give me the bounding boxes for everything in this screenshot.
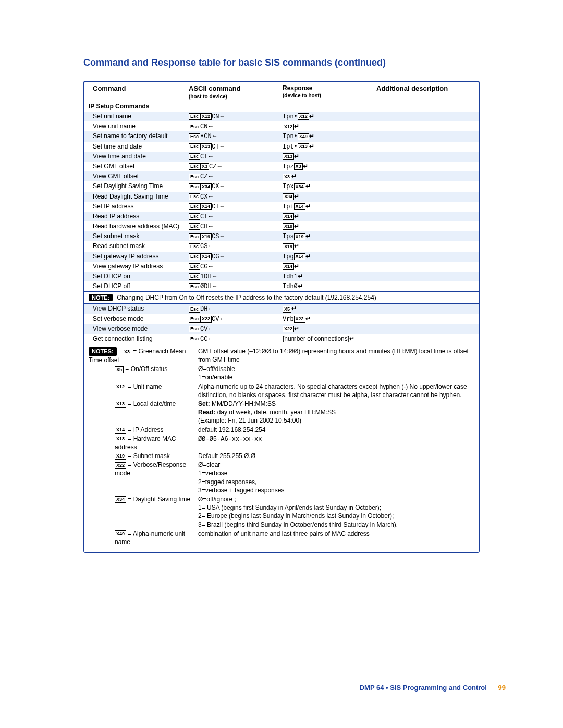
table-row: Read subnet maskEscCS←X19↵ xyxy=(84,241,479,251)
notes-row: X12 = Unit nameAlpha-numeric up to 24 ch… xyxy=(89,382,474,399)
notes-row: X19 = Subnet maskDefault 255.255.Ø.Ø xyxy=(89,452,474,460)
notes-row: X22 = Verbose/Response modeØ=clear1=verb… xyxy=(89,461,474,495)
ascii-cell: EscCV← xyxy=(189,325,283,334)
cmd-cell: Set Daylight Saving Time xyxy=(84,182,189,190)
notes-row: X5 = On/Off statusØ=off/disable1=on/enab… xyxy=(89,365,474,381)
response-cell: X14↵ xyxy=(283,262,376,271)
note-text: Changing DHCP from On to Off resets the … xyxy=(117,294,376,301)
response-cell: Idh1↵ xyxy=(283,272,376,281)
table-row: Set GMT offsetEscX3CZ←IpzX3↵ xyxy=(84,162,479,171)
response-cell: Ipt•X13↵ xyxy=(283,142,376,151)
header-ascii-sub: (host to device) xyxy=(189,93,280,101)
note-row: NOTE: Changing DHCP from On to Off reset… xyxy=(84,291,479,304)
ascii-cell: EscDH← xyxy=(189,304,283,313)
ascii-cell: EscCZ← xyxy=(189,172,283,181)
header-ascii-label: ASCII command xyxy=(189,84,241,92)
ascii-cell: EscCI← xyxy=(189,212,283,221)
response-cell: Ipn•X49↵ xyxy=(283,132,376,141)
table-row: View GMT offsetEscCZ←X3↵ xyxy=(84,171,479,181)
table-row: Get connection listingEscCC←[number of c… xyxy=(84,334,479,344)
response-cell: X13↵ xyxy=(283,152,376,161)
response-cell: IpgX14↵ xyxy=(283,252,376,261)
notes-row: X18 = Hardware MAC addressØØ-Ø5-A6-xx-xx… xyxy=(89,435,474,451)
table-row: View unit nameEscCN←X12↵ xyxy=(84,121,479,131)
response-cell: IdhØ↵ xyxy=(283,282,376,291)
table-row: Set name to factory defaultEsc•CN←Ipn•X4… xyxy=(84,131,479,141)
table-row: Set verbose modeEscX22CV←VrbX22↵ xyxy=(84,314,479,324)
ascii-cell: EscX19CS← xyxy=(189,232,283,241)
table-row: View DHCP statusEscDH←X5↵ xyxy=(84,304,479,314)
response-cell: IpsX19↵ xyxy=(283,232,376,241)
ascii-cell: EscCT← xyxy=(189,152,283,161)
cmd-cell: Get connection listing xyxy=(84,335,189,343)
table-row: Set IP addressEscX14CI←IpiX14↵ xyxy=(84,202,479,212)
command-table: Command ASCII command (host to device) R… xyxy=(83,81,480,553)
ascii-cell: EscCC← xyxy=(189,335,283,343)
ascii-cell: Esc1DH← xyxy=(189,272,283,281)
cmd-cell: Read hardware address (MAC) xyxy=(84,222,189,230)
table-row: Read hardware address (MAC)EscCH←X18↵ xyxy=(84,221,479,231)
ascii-cell: EscX14CI← xyxy=(189,202,283,211)
table-row: Read IP addressEscCI←X14↵ xyxy=(84,212,479,221)
ascii-cell: EscCH← xyxy=(189,222,283,231)
ascii-cell: EscX22CV← xyxy=(189,315,283,324)
response-cell: X5↵ xyxy=(283,304,376,313)
header-response-sub: (device to host) xyxy=(283,92,374,100)
note-label: NOTE: xyxy=(89,294,113,301)
cmd-cell: Set IP address xyxy=(84,202,189,211)
response-cell: X34↵ xyxy=(283,192,376,201)
ascii-cell: EscCG← xyxy=(189,262,283,271)
header-additional: Additional description xyxy=(376,84,470,93)
ascii-cell: EscCN← xyxy=(189,122,283,131)
cmd-cell: View verbose mode xyxy=(84,325,189,333)
response-cell: Ipn•X12↵ xyxy=(283,112,376,121)
cmd-cell: Set time and date xyxy=(84,142,189,151)
cmd-cell: Set verbose mode xyxy=(84,315,189,323)
ascii-cell: EscX34CX← xyxy=(189,182,283,191)
table-row: Read Daylight Saving TimeEscCX←X34↵ xyxy=(84,192,479,202)
rows-block-1: Set unit nameEscX12CN←Ipn•X12↵View unit … xyxy=(84,112,479,291)
table-row: Set unit nameEscX12CN←Ipn•X12↵ xyxy=(84,112,479,121)
table-row: View verbose modeEscCV←X22↵ xyxy=(84,324,479,334)
response-cell: X12↵ xyxy=(283,122,376,131)
header-response-label: Response xyxy=(283,84,312,92)
footer-page-number: 99 xyxy=(498,684,506,692)
table-header-row: Command ASCII command (host to device) R… xyxy=(84,82,479,101)
response-cell: X19↵ xyxy=(283,242,376,251)
table-row: Set DHCP onEsc1DH←Idh1↵ xyxy=(84,272,479,281)
ascii-cell: EscX12CN← xyxy=(189,112,283,121)
table-row: View gateway IP addressEscCG←X14↵ xyxy=(84,262,479,272)
ascii-cell: EscX3CZ← xyxy=(189,162,283,171)
cmd-cell: View gateway IP address xyxy=(84,262,189,270)
response-cell: X3↵ xyxy=(283,172,376,181)
cmd-cell: Set DHCP on xyxy=(84,272,189,280)
header-command: Command xyxy=(84,84,189,93)
table-row: Set gateway IP addressEscX14CG←IpgX14↵ xyxy=(84,252,479,262)
cmd-cell: Set GMT offset xyxy=(84,162,189,170)
table-row: Set DHCP offEscØDH←IdhØ↵ xyxy=(84,281,479,291)
response-cell: [number of connections]↵ xyxy=(283,335,376,343)
response-cell: VrbX22↵ xyxy=(283,315,376,324)
table-row: Set subnet maskEscX19CS←IpsX19↵ xyxy=(84,231,479,241)
ascii-cell: EscX14CG← xyxy=(189,252,283,261)
cmd-cell: View DHCP status xyxy=(84,304,189,313)
response-cell: IpxX34↵ xyxy=(283,182,376,191)
cmd-cell: Read subnet mask xyxy=(84,242,189,250)
notes-row: X14 = IP Addressdefault 192.168.254.254 xyxy=(89,426,474,434)
table-row: Set time and dateEscX13CT←Ipt•X13↵ xyxy=(84,142,479,152)
response-cell: X14↵ xyxy=(283,212,376,221)
rows-block-2: View DHCP statusEscDH←X5↵Set verbose mod… xyxy=(84,304,479,344)
page-title: Command and Response table for basic SIS… xyxy=(83,57,506,68)
cmd-cell: Read Daylight Saving Time xyxy=(84,192,189,201)
section-header: IP Setup Commands xyxy=(84,101,479,112)
notes-row: NOTES: X3 = Greenwich Mean Time offsetGM… xyxy=(89,347,474,364)
response-cell: IpzX3↵ xyxy=(283,162,376,171)
cmd-cell: Read IP address xyxy=(84,212,189,220)
table-row: View time and dateEscCT←X13↵ xyxy=(84,152,479,162)
notes-row: X34 = Daylight Saving timeØ=off/ignore ;… xyxy=(89,495,474,529)
cmd-cell: View GMT offset xyxy=(84,172,189,180)
cmd-cell: Set subnet mask xyxy=(84,232,189,240)
notes-row: X49 = Alpha-numeric unit namecombination… xyxy=(89,529,474,546)
cmd-cell: View time and date xyxy=(84,152,189,161)
ascii-cell: EscCS← xyxy=(189,242,283,251)
